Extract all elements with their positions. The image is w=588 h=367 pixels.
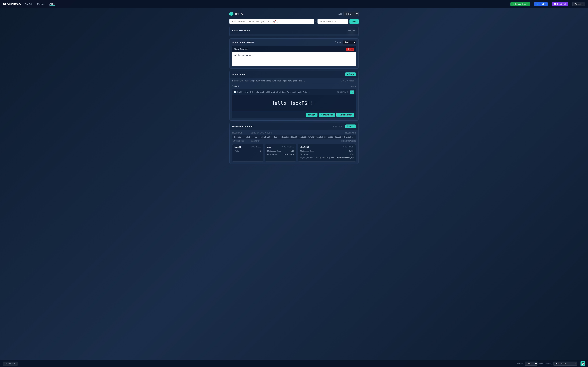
nav-apps[interactable]: Apps bbox=[50, 3, 55, 6]
stop-button[interactable]: ■ Stop bbox=[345, 72, 356, 76]
copy-icon: ⧉ bbox=[308, 114, 310, 116]
app-select-dropdown[interactable]: IPFS bbox=[344, 12, 359, 16]
fullscreen-icon: ⛶ bbox=[338, 114, 340, 116]
content-hash-row: bafkreihnl3ukftmlpopvkypflkghr6p5uxh4xqx… bbox=[229, 78, 359, 84]
file-content-display: Hello HackFS!!! bbox=[232, 95, 356, 111]
mc-desc-val: raw binary bbox=[283, 153, 294, 155]
cid-sublabels-row: MULTICODEC SIZE (BITS) DIGEST (BASE16) bbox=[232, 140, 356, 142]
multihash-value: sha2-256 bbox=[300, 146, 309, 148]
stage-content-textarea[interactable]: Hello HackFS!!! bbox=[232, 52, 356, 66]
go-button[interactable]: Go bbox=[349, 19, 359, 24]
gitcoin-grants-button[interactable]: ✦ Gitcoin Grants bbox=[510, 2, 530, 6]
mh-code-key: Multicodec Code bbox=[300, 150, 314, 152]
wallets-button[interactable]: Wallets ▾ bbox=[572, 2, 585, 6]
ipfs-logo: IPFS bbox=[229, 12, 243, 16]
theme-controls: Theme Auto IPFS Gateway Helia (local) bbox=[517, 362, 577, 366]
corner-chat-button[interactable]: 💬 bbox=[580, 361, 585, 366]
mc-desc-key: Description bbox=[267, 153, 277, 155]
file-name: 📄 bafkreihnl3ukftmlpopvkypflkghr6p5uxh4x… bbox=[234, 91, 310, 93]
twitter-button[interactable]: 🐦 Twitter bbox=[534, 2, 548, 6]
decoded-cid-section: Decoded Content ID IPFS CIDV1 Hide ▲ MUL… bbox=[229, 123, 359, 164]
format-select-dropdown[interactable]: Text bbox=[343, 40, 356, 44]
copy-button[interactable]: ⧉ Copy bbox=[306, 113, 318, 117]
mh-code-val: 0x12 bbox=[349, 150, 354, 152]
file-download-icon-button[interactable]: ⬇ bbox=[350, 91, 354, 94]
multibase-box: base32 MULTIBASE Prefix b bbox=[232, 144, 263, 162]
hide-button[interactable]: Hide ▲ bbox=[345, 125, 356, 128]
add-content-to-ipfs-section: Add Content To IPFS Format Text Stage Co… bbox=[229, 38, 359, 68]
main-content: IPFS App IPFS / Go Local IPFS Node HELIA… bbox=[228, 8, 360, 176]
mh-digest-key: Digest (base32) bbox=[300, 157, 313, 159]
content-helia-badge: HELIA bbox=[351, 85, 356, 87]
mh-size-key: Size (bits) bbox=[300, 153, 309, 155]
file-row: 📄 bafkreihnl3ukftmlpopvkypflkghr6p5uxh4x… bbox=[232, 89, 356, 118]
cid-breakdown: MULTIBASE VERSION MULTICODEC MULTIHASH b… bbox=[229, 130, 359, 144]
download-icon: ⬇ bbox=[321, 114, 323, 116]
nav-portfolio[interactable]: Portfolio bbox=[25, 3, 33, 5]
fullscreen-button[interactable]: ⛶ Full Screen bbox=[336, 113, 354, 117]
gateway-select[interactable]: Helia (local) bbox=[553, 362, 577, 366]
app-selector: App IPFS bbox=[338, 12, 359, 16]
prefix-val: b bbox=[260, 150, 261, 152]
file-icon: 📄 bbox=[234, 91, 236, 93]
stage-content-title: Stage Content bbox=[234, 48, 248, 50]
mc-code-key: Multicodec Code bbox=[267, 150, 281, 152]
add-content-title: Add Content To IPFS bbox=[232, 41, 254, 44]
path-input[interactable] bbox=[318, 19, 348, 24]
multicodec-sublabel: MULTICODEC bbox=[233, 140, 244, 142]
local-node-section: Local IPFS Node HELIA bbox=[229, 27, 359, 36]
theme-select[interactable]: Auto bbox=[525, 362, 538, 366]
size-bits-sublabel: SIZE (BITS) bbox=[251, 140, 260, 142]
download-button[interactable]: ⬇ Download bbox=[319, 113, 335, 117]
slash-separator: / bbox=[315, 20, 316, 23]
multihash-col-label: MULTIHASH bbox=[345, 132, 356, 134]
content-viewer: Content HELIA 📄 bafkreihnl3ukftmlpopvkyp… bbox=[229, 84, 359, 120]
stage-content-card: Stage Content Reset Hello HackFS!!! bbox=[232, 46, 356, 66]
multihash-sub-label: MULTIHASH bbox=[343, 146, 353, 148]
mc-code-val: 0x55 bbox=[290, 150, 294, 152]
multicodec-value: raw bbox=[267, 146, 271, 148]
multibase-sub-label: MULTIBASE bbox=[251, 146, 261, 148]
add-content-section-title: Add Content bbox=[232, 73, 245, 76]
add-content-header: Add Content To IPFS Format Text bbox=[229, 39, 359, 46]
theme-label: Theme bbox=[517, 362, 523, 365]
reset-button[interactable]: Reset bbox=[346, 48, 354, 51]
local-node-title: Local IPFS Node bbox=[232, 29, 250, 32]
nav-explorer[interactable]: Explorer bbox=[37, 3, 45, 5]
multibase-col-label: MULTIBASE bbox=[232, 132, 243, 134]
feedback-icon: 💬 bbox=[554, 3, 556, 5]
multihash-box: sha2-256 MULTIHASH Multicodec Code 0x12 … bbox=[298, 144, 356, 162]
digest-sublabel: DIGEST (BASE16) bbox=[342, 140, 356, 142]
feedback-button[interactable]: 💬 Feedback bbox=[552, 2, 568, 6]
cid-value-display: base32 - cidv1 - raw - (sha2-256 : 256 :… bbox=[232, 134, 356, 140]
mh-size-val: 256 bbox=[350, 153, 353, 155]
mh-digest-val: bciqo2xxiulgyw647kvq6kwumpd473jop bbox=[316, 157, 353, 159]
cid-search-input[interactable] bbox=[229, 19, 314, 24]
brand-logo: BLOCKHEAD bbox=[3, 3, 21, 6]
search-bar: / Go bbox=[229, 19, 359, 24]
content-viewer-title: Content bbox=[232, 85, 239, 88]
decoded-cid-title: Decoded Content ID bbox=[232, 125, 253, 128]
cid-version-badge: IPFS CIDV1 bbox=[333, 125, 344, 127]
multicodec-sub-label: MULTICODEC bbox=[282, 146, 294, 148]
multibase-value: base32 bbox=[235, 146, 241, 148]
prefix-key: Prefix bbox=[235, 150, 239, 152]
bottom-bar: Preferences Theme Auto IPFS Gateway Heli… bbox=[0, 360, 588, 367]
app-header: IPFS App IPFS bbox=[229, 12, 359, 16]
cid-labels-row: MULTIBASE VERSION MULTICODEC MULTIHASH bbox=[232, 132, 356, 134]
file-actions: ⧉ Copy ⬇ Download ⛶ Full Screen bbox=[232, 111, 356, 118]
stop-icon: ■ bbox=[347, 73, 348, 75]
gitcoin-icon: ✦ bbox=[512, 3, 514, 5]
preferences-button[interactable]: Preferences bbox=[3, 362, 18, 366]
chat-icon: 💬 bbox=[581, 362, 584, 365]
ipfs-hexagon-icon bbox=[229, 12, 234, 16]
add-content-section: Add Content ■ Stop bafkreihnl3ukftmlpopv… bbox=[229, 71, 359, 121]
multicodec-box: raw MULTICODEC Multicodec Code 0x55 Desc… bbox=[265, 144, 296, 162]
gateway-label: IPFS Gateway bbox=[539, 362, 552, 365]
version-multicodec-col-label: VERSION MULTICODEC bbox=[251, 132, 272, 134]
decoded-cid-header: Decoded Content ID IPFS CIDV1 Hide ▲ bbox=[229, 123, 359, 130]
topnav: BLOCKHEAD Portfolio Explorer Apps ✦ Gitc… bbox=[0, 0, 588, 8]
file-type-label: TEXT/PLAIN bbox=[337, 91, 349, 93]
add-content-row: Add Content ■ Stop bbox=[229, 71, 359, 78]
helia-badge: HELIA bbox=[348, 29, 356, 32]
